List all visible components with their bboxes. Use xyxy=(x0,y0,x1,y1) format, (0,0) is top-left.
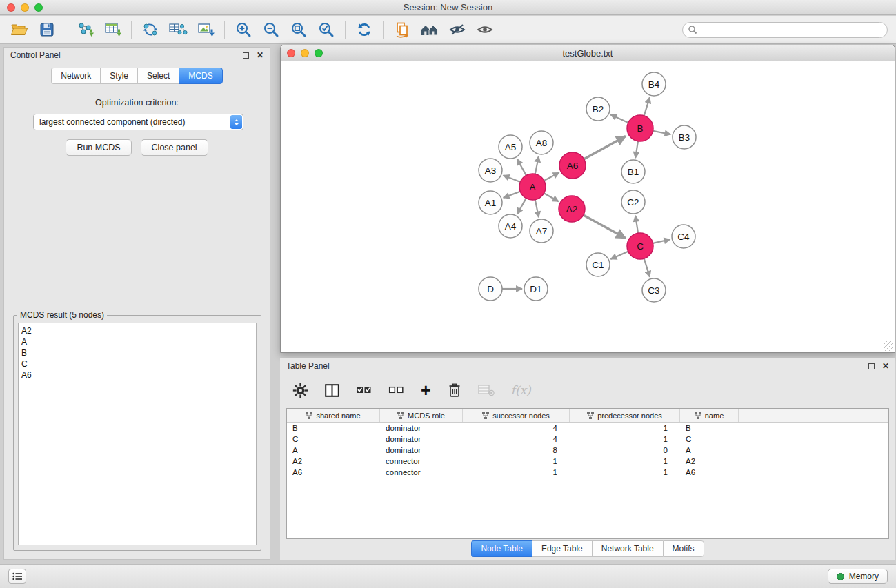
network-table-button[interactable] xyxy=(164,18,192,41)
column-header-predecessor-nodes[interactable]: predecessor nodes xyxy=(570,409,680,422)
network-edge-A-A6[interactable] xyxy=(544,172,559,181)
tab-network[interactable]: Network xyxy=(51,68,100,84)
network-node-A7[interactable]: A7 xyxy=(530,219,553,243)
result-item[interactable]: A6 xyxy=(21,369,253,381)
network-node-A4[interactable]: A4 xyxy=(499,214,522,238)
network-node-A3[interactable]: A3 xyxy=(479,159,502,182)
import-network-from-file-button[interactable] xyxy=(71,18,99,41)
close-panel-icon[interactable]: ✕ xyxy=(257,51,263,59)
network-close-button[interactable] xyxy=(287,49,295,57)
birds-eye-view-button[interactable] xyxy=(471,18,499,41)
network-edge-C-C3[interactable] xyxy=(644,258,650,277)
network-node-C2[interactable]: C2 xyxy=(621,190,645,214)
tab-network-table[interactable]: Network Table xyxy=(592,540,663,557)
column-header-shared-name[interactable]: shared name xyxy=(287,409,380,422)
criterion-dropdown[interactable]: largest connected component (directed) xyxy=(33,114,243,130)
network-node-C3[interactable]: C3 xyxy=(642,278,666,302)
deselect-all-button[interactable] xyxy=(388,384,404,396)
zoom-out-button[interactable] xyxy=(257,18,285,41)
network-edge-C-C1[interactable] xyxy=(610,252,628,259)
network-node-D[interactable]: D xyxy=(479,277,502,301)
column-header-MCDS-role[interactable]: MCDS role xyxy=(380,409,463,422)
network-edge-A2-C[interactable] xyxy=(584,215,626,238)
network-node-A5[interactable]: A5 xyxy=(499,135,522,159)
float-panel-icon[interactable] xyxy=(868,363,875,369)
network-edge-A6-B[interactable] xyxy=(584,136,626,159)
table-row[interactable]: Adominator80A xyxy=(287,445,888,456)
window-resize-grip[interactable] xyxy=(884,341,893,351)
network-node-C4[interactable]: C4 xyxy=(672,225,695,248)
add-column-button[interactable]: + xyxy=(421,382,431,399)
network-node-A1[interactable]: A1 xyxy=(479,191,502,214)
network-edge-C-C4[interactable] xyxy=(653,239,670,243)
network-edge-C-C2[interactable] xyxy=(635,216,638,233)
open-session-button[interactable] xyxy=(6,18,33,41)
network-edge-B-B1[interactable] xyxy=(635,141,638,158)
float-panel-icon[interactable] xyxy=(243,52,249,59)
network-node-A8[interactable]: A8 xyxy=(530,131,553,154)
network-edge-B-B4[interactable] xyxy=(644,97,650,116)
first-neighbors-button[interactable] xyxy=(388,18,416,41)
network-edge-A-A8[interactable] xyxy=(535,156,539,174)
table-settings-button[interactable] xyxy=(292,383,308,398)
column-header-successor-nodes[interactable]: successor nodes xyxy=(463,409,570,422)
zoom-window-button[interactable] xyxy=(34,3,43,12)
close-panel-button[interactable]: Close panel xyxy=(141,139,208,156)
network-edge-A-A2[interactable] xyxy=(544,193,559,201)
clone-network-button[interactable] xyxy=(137,18,164,41)
show-columns-button[interactable] xyxy=(325,384,339,397)
tab-node-table[interactable]: Node Table xyxy=(471,540,532,557)
tab-motifs[interactable]: Motifs xyxy=(663,540,704,557)
result-item[interactable]: B xyxy=(21,347,253,358)
network-zoom-button[interactable] xyxy=(315,49,323,57)
table-row[interactable]: A2connector11A2 xyxy=(287,456,888,467)
network-canvas-svg[interactable]: B4B2BB3A5A8A6B1A3AC2A1A2A4A7C4CC1C3DD1 xyxy=(281,62,894,352)
close-window-button[interactable] xyxy=(7,3,15,12)
table-row[interactable]: A6connector11A6 xyxy=(287,467,888,478)
network-node-A6[interactable]: A6 xyxy=(559,152,586,179)
zoom-fit-button[interactable] xyxy=(285,18,312,41)
network-edge-A-A3[interactable] xyxy=(504,175,521,182)
network-node-B[interactable]: B xyxy=(627,115,653,141)
network-edge-A-A1[interactable] xyxy=(504,192,521,198)
tab-edge-table[interactable]: Edge Table xyxy=(532,540,592,557)
search-input[interactable] xyxy=(682,22,888,38)
zoom-selected-button[interactable] xyxy=(312,18,340,41)
tab-style[interactable]: Style xyxy=(100,68,137,84)
refresh-network-button[interactable] xyxy=(350,18,378,41)
column-header-name[interactable]: name xyxy=(680,409,739,422)
network-edge-A-A5[interactable] xyxy=(517,159,526,176)
result-item[interactable]: A2 xyxy=(21,325,253,336)
select-all-button[interactable] xyxy=(356,384,372,396)
delete-column-button[interactable] xyxy=(448,383,461,398)
tab-mcds[interactable]: MCDS xyxy=(179,68,222,84)
hide-details-button[interactable] xyxy=(444,18,471,41)
import-table-from-file-button[interactable] xyxy=(99,18,126,41)
save-session-button[interactable] xyxy=(33,18,61,41)
result-item[interactable]: A xyxy=(21,336,253,347)
table-row[interactable]: Cdominator41C xyxy=(287,434,888,445)
table-row[interactable]: Bdominator41B xyxy=(287,423,888,434)
minimize-window-button[interactable] xyxy=(21,3,29,12)
run-mcds-button[interactable]: Run MCDS xyxy=(66,139,131,156)
delete-table-button[interactable] xyxy=(478,384,495,396)
network-node-B1[interactable]: B1 xyxy=(621,160,645,183)
network-minimize-button[interactable] xyxy=(301,49,309,57)
network-node-B2[interactable]: B2 xyxy=(586,97,610,121)
network-node-B4[interactable]: B4 xyxy=(642,72,666,96)
result-item[interactable]: C xyxy=(21,358,253,369)
network-node-D1[interactable]: D1 xyxy=(524,277,548,301)
network-node-A2[interactable]: A2 xyxy=(559,196,585,222)
zoom-in-button[interactable] xyxy=(230,18,257,41)
network-edge-A-A7[interactable] xyxy=(535,200,539,218)
function-builder-button[interactable]: f(x) xyxy=(511,383,531,397)
memory-button[interactable]: Memory xyxy=(828,569,888,584)
tab-select[interactable]: Select xyxy=(137,68,179,84)
network-canvas[interactable]: B4B2BB3A5A8A6B1A3AC2A1A2A4A7C4CC1C3DD1 xyxy=(281,62,894,352)
close-panel-icon[interactable]: ✕ xyxy=(882,362,889,370)
network-node-A[interactable]: A xyxy=(519,174,546,200)
network-node-C[interactable]: C xyxy=(627,233,653,259)
network-node-B3[interactable]: B3 xyxy=(673,125,696,149)
show-graphics-details-button[interactable] xyxy=(416,18,444,41)
network-node-C1[interactable]: C1 xyxy=(586,253,610,276)
